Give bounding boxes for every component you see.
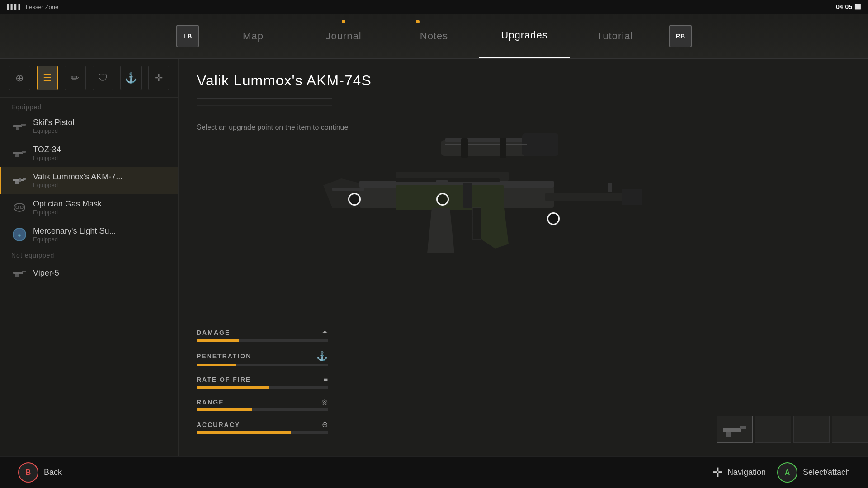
edit-tab-icon[interactable]: ✏ xyxy=(65,66,86,90)
plus-tab-icon[interactable]: ✛ xyxy=(148,66,170,90)
thumb-2[interactable] xyxy=(755,416,791,443)
lb-button[interactable]: LB xyxy=(176,25,199,47)
svg-point-12 xyxy=(20,206,23,209)
penetration-stat: PENETRATION ⚓ xyxy=(197,351,328,366)
damage-bar xyxy=(197,339,328,342)
accuracy-icon: ⊕ xyxy=(322,420,328,429)
sidebar: ⊕ ☰ ✏ 🛡 ⚓ ✛ Equipped Skif's Pistol Equip… xyxy=(0,59,179,456)
thumb-1[interactable] xyxy=(717,416,753,443)
item-thumbnails xyxy=(717,416,868,443)
equipped-label: Equipped xyxy=(0,100,178,113)
pistol-icon xyxy=(13,119,26,133)
range-icon: ◎ xyxy=(321,398,328,406)
svg-rect-29 xyxy=(608,183,612,192)
svg-point-11 xyxy=(16,206,19,209)
tab-journal[interactable]: Journal xyxy=(298,14,389,58)
skifs-pistol-name: Skif's Pistol xyxy=(33,118,74,127)
svg-rect-7 xyxy=(23,178,26,180)
penetration-icon: ⚓ xyxy=(316,351,328,361)
notes-dot xyxy=(416,20,420,23)
range-label: RANGE xyxy=(197,399,224,406)
nav-tabs: LB Map Journal Notes Upgrades Tutorial R… xyxy=(0,14,868,59)
select-action[interactable]: A Select/attach xyxy=(777,462,850,483)
gas-mask-status: Equipped xyxy=(33,209,102,216)
damage-stat: DAMAGE ✦ xyxy=(197,328,328,342)
list-item[interactable]: Valik Lummox's AKM-7... Equipped xyxy=(0,167,178,194)
rb-button[interactable]: RB xyxy=(669,25,692,47)
rate-of-fire-label: RATE OF FIRE xyxy=(197,376,251,383)
penetration-bar xyxy=(197,364,328,366)
svg-rect-13 xyxy=(13,272,23,274)
damage-bar-fill xyxy=(197,339,239,342)
accuracy-label: ACCURACY xyxy=(197,421,240,428)
tab-upgrades[interactable]: Upgrades xyxy=(479,14,570,58)
thumb-4[interactable] xyxy=(832,416,868,443)
svg-rect-3 xyxy=(13,152,23,154)
nav-label: Navigation xyxy=(727,468,766,477)
svg-rect-21 xyxy=(500,138,506,158)
back-label: Back xyxy=(44,468,62,477)
svg-rect-6 xyxy=(13,179,24,181)
rate-of-fire-stat: RATE OF FIRE ≡ xyxy=(197,375,328,389)
gun-svg-wrapper xyxy=(305,113,644,285)
svg-rect-5 xyxy=(15,154,19,157)
tab-map[interactable]: Map xyxy=(208,14,298,58)
svg-rect-28 xyxy=(622,189,642,205)
equipped-section: Equipped Skif's Pistol Equipped xyxy=(0,98,178,287)
anchor-tab-icon[interactable]: ⚓ xyxy=(120,66,142,90)
select-label: Select/attach xyxy=(803,468,850,477)
viper-name: Viper-5 xyxy=(33,268,59,278)
list-item[interactable]: TOZ-34 Equipped xyxy=(0,140,178,167)
bottom-right-actions: ✛ Navigation A Select/attach xyxy=(712,462,850,483)
list-tab-icon[interactable]: ☰ xyxy=(37,66,58,90)
upgrade-point-3[interactable] xyxy=(547,212,560,225)
svg-rect-35 xyxy=(740,426,746,429)
battery-icon: ⬜ xyxy=(854,4,861,10)
shield-tab-icon[interactable]: 🛡 xyxy=(93,66,114,90)
akm-status: Equipped xyxy=(33,182,123,188)
list-item[interactable]: ◈ Mercenary's Light Su... Equipped xyxy=(0,221,178,248)
accuracy-bar-fill xyxy=(197,431,291,434)
toz-status: Equipped xyxy=(33,155,61,161)
svg-rect-18 xyxy=(522,133,558,156)
svg-rect-16 xyxy=(441,140,531,156)
bottom-bar: B Back ✛ Navigation A Select/attach xyxy=(0,456,868,488)
skifs-pistol-status: Equipped xyxy=(33,127,74,134)
svg-rect-1 xyxy=(21,124,26,126)
upgrade-point-2[interactable] xyxy=(436,193,449,206)
top-bar-left: ▌▌▌▌ Lesser Zone xyxy=(7,4,58,10)
toz-icon xyxy=(13,146,26,160)
not-equipped-label: Not equipped xyxy=(0,248,178,261)
list-item[interactable]: Viper-5 xyxy=(0,261,178,285)
svg-rect-8 xyxy=(15,181,19,184)
game-name: Lesser Zone xyxy=(26,4,58,10)
toz-name: TOZ-34 xyxy=(33,145,61,155)
list-item[interactable]: Optician Gas Mask Equipped xyxy=(0,194,178,221)
tab-tutorial[interactable]: Tutorial xyxy=(570,14,660,58)
rate-of-fire-bar xyxy=(197,386,328,389)
main-content: Valik Lummox's AKM-74S Select an upgrade… xyxy=(179,59,868,456)
svg-rect-30 xyxy=(396,185,504,210)
suit-status: Equipped xyxy=(33,236,116,243)
list-item[interactable]: Skif's Pistol Equipped xyxy=(0,113,178,140)
thumb-3[interactable] xyxy=(793,416,830,443)
damage-icon: ✦ xyxy=(322,328,328,337)
range-stat: RANGE ◎ xyxy=(197,398,328,411)
signal-icon: ▌▌▌▌ xyxy=(7,4,22,10)
b-button[interactable]: B xyxy=(18,462,38,483)
akm-icon xyxy=(13,174,26,187)
akm-name: Valik Lummox's AKM-7... xyxy=(33,172,123,182)
upgrade-point-1[interactable] xyxy=(348,193,361,206)
journal-dot xyxy=(342,20,345,23)
penetration-label: PENETRATION xyxy=(197,352,251,360)
a-button[interactable]: A xyxy=(777,462,797,483)
sidebar-tabs: ⊕ ☰ ✏ 🛡 ⚓ ✛ xyxy=(0,59,178,98)
svg-rect-15 xyxy=(15,274,19,277)
damage-label: DAMAGE xyxy=(197,329,230,336)
tab-notes[interactable]: Notes xyxy=(389,14,479,58)
upgrade-slots-area xyxy=(197,98,850,113)
accuracy-bar xyxy=(197,431,328,434)
back-action[interactable]: B Back xyxy=(18,462,62,483)
crosshair-tab-icon[interactable]: ⊕ xyxy=(9,66,30,90)
svg-rect-32 xyxy=(436,180,448,185)
